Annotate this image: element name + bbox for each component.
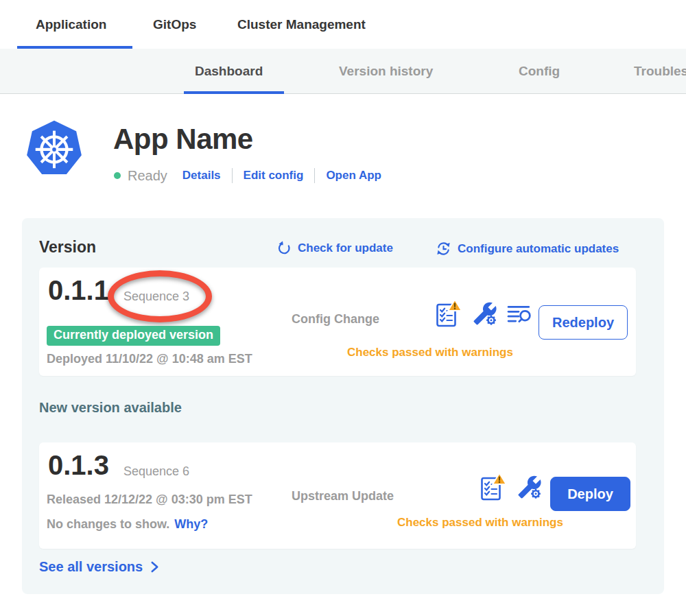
check-for-update-link[interactable]: Check for update [276,241,393,256]
current-version-sequence: Sequence 3 [123,289,189,304]
configure-automatic-updates-label: Configure automatic updates [458,242,619,256]
deployed-timestamp: Deployed 11/10/22 @ 10:48 am EST [47,352,252,366]
page-title: App Name [113,123,253,156]
check-for-update-label: Check for update [298,241,393,255]
changes-note-row: No changes to show. Why? [47,517,208,532]
deployed-version-badge: Currently deployed version [47,326,220,346]
configure-automatic-updates-link[interactable]: Configure automatic updates [436,241,619,257]
primary-tab-gitops[interactable]: GitOps [153,0,196,49]
refresh-icon [276,241,292,256]
kubernetes-logo-icon [24,118,84,180]
status-label: Ready [128,168,167,184]
available-version-card: 0.1.3 Sequence 6 Released 12/12/22 @ 03:… [39,442,636,549]
current-version-number: 0.1.1 [48,275,109,306]
tab-version-history[interactable]: Version history [339,49,433,94]
released-timestamp: Released 12/12/22 @ 03:30 pm EST [47,493,252,507]
primary-nav: Application GitOps Cluster Management [0,0,686,49]
config-wrench-icon[interactable] [473,301,497,326]
see-all-versions-link[interactable]: See all versions [39,559,159,575]
version-check-icons [436,298,532,329]
diff-view-icon[interactable] [507,304,532,323]
version-source-label: Upstream Update [292,489,394,504]
status-dot-icon [114,172,121,179]
changes-note: No changes to show. [47,517,169,532]
checks-status-text: Checks passed with warnings [397,516,563,530]
primary-tab-application[interactable]: Application [36,0,106,49]
new-version-available-heading: New version available [39,400,182,416]
available-version-number: 0.1.3 [48,450,109,481]
secondary-nav: Dashboard Version history Config Trouble… [0,49,686,94]
edit-config-link[interactable]: Edit config [244,169,304,182]
preflight-checks-warning-icon[interactable] [436,298,463,329]
chevron-right-icon [150,560,159,573]
preflight-checks-warning-icon[interactable] [480,472,508,502]
available-version-sequence: Sequence 6 [123,464,189,479]
see-all-versions-label: See all versions [39,559,143,575]
version-panel: Version Check for update [22,218,664,594]
version-source-label: Config Change [292,312,379,327]
details-link[interactable]: Details [182,169,221,182]
version-heading: Version [39,238,96,257]
redeploy-button[interactable]: Redeploy [539,305,628,340]
active-tab-underline [184,91,284,94]
primary-tab-cluster-management[interactable]: Cluster Management [237,0,366,49]
version-check-icons [480,472,542,502]
app-page: Application GitOps Cluster Management Da… [0,0,686,616]
tab-config[interactable]: Config [519,49,560,94]
open-app-link[interactable]: Open App [326,169,381,182]
tab-dashboard[interactable]: Dashboard [195,49,263,94]
checks-status-text: Checks passed with warnings [347,346,513,359]
divider [232,168,233,183]
tab-troubleshoot[interactable]: Troubleshoot [634,49,686,94]
deploy-button[interactable]: Deploy [550,477,630,511]
config-wrench-icon[interactable] [517,475,542,499]
why-link[interactable]: Why? [174,517,208,532]
current-version-card: 0.1.1 Sequence 3 Currently deployed vers… [39,268,636,376]
scheduled-update-icon [436,241,451,257]
divider [314,168,315,183]
app-status-row: Ready Details Edit config Open App [114,167,381,185]
